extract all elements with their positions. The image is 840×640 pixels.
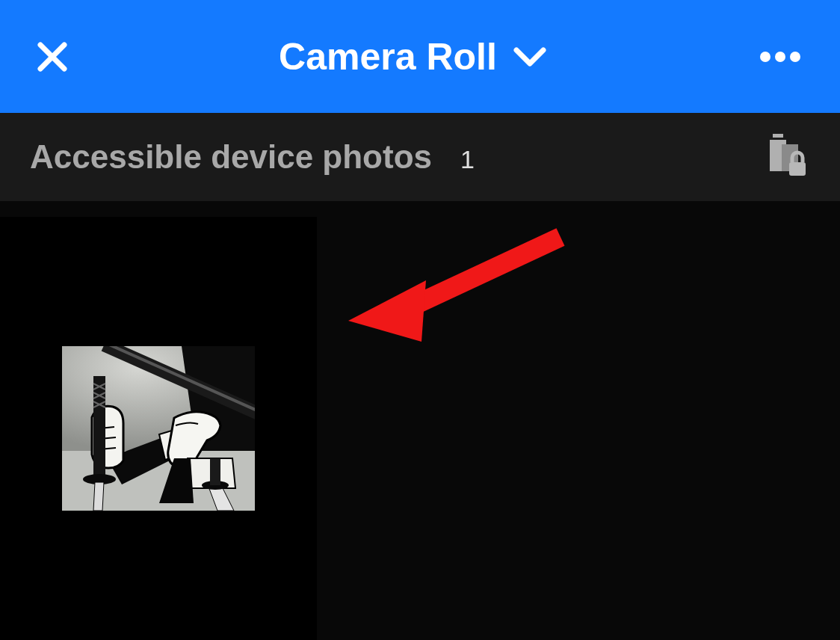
svg-rect-8 <box>789 162 806 176</box>
svg-point-4 <box>790 52 800 62</box>
section-header: Accessible device photos 1 <box>0 113 840 201</box>
photo-grid <box>0 201 840 640</box>
svg-rect-16 <box>93 376 105 481</box>
more-button[interactable] <box>750 34 810 79</box>
section-title: Accessible device photos <box>30 138 432 176</box>
svg-line-28 <box>404 237 560 310</box>
photo-count: 1 <box>460 145 475 174</box>
app-header: Camera Roll <box>0 0 840 113</box>
close-icon <box>36 40 69 73</box>
album-title: Camera Roll <box>279 35 497 79</box>
photo-thumbnail[interactable] <box>0 217 317 640</box>
chevron-down-icon <box>513 46 546 68</box>
annotation-arrow <box>344 222 568 342</box>
thumbnail-image <box>62 346 255 511</box>
device-lock-icon <box>764 132 810 179</box>
section-header-left: Accessible device photos 1 <box>30 138 475 176</box>
svg-point-3 <box>775 52 785 62</box>
svg-rect-27 <box>210 458 220 485</box>
svg-marker-24 <box>93 482 104 511</box>
svg-marker-29 <box>348 280 426 342</box>
permissions-button[interactable] <box>764 132 810 182</box>
album-dropdown[interactable]: Camera Roll <box>279 35 546 79</box>
close-button[interactable] <box>30 34 75 79</box>
more-horizontal-icon <box>758 49 803 64</box>
svg-point-2 <box>760 52 770 62</box>
svg-rect-5 <box>773 134 783 138</box>
